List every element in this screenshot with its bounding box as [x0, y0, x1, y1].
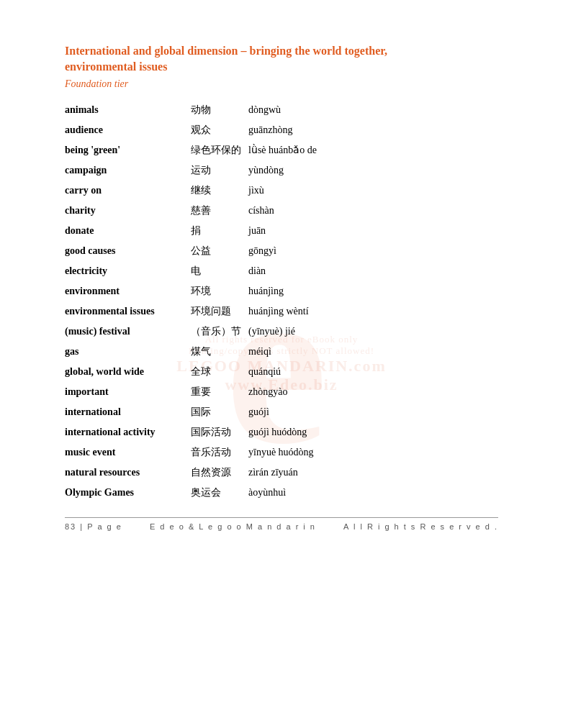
vocab-chinese-7: 公益 [191, 241, 248, 261]
vocab-row-0: animals动物dòngwù [65, 100, 498, 120]
vocab-row-18: natural resources自然资源zìrán zīyuán [65, 463, 498, 483]
vocab-chinese-3: 运动 [191, 160, 248, 181]
vocab-pinyin-5: císhàn [248, 201, 498, 221]
vocab-pinyin-13: quánqiú [248, 362, 498, 382]
vocab-chinese-17: 音乐活动 [191, 442, 248, 463]
vocab-row-12: gas煤气méiqì [65, 342, 498, 362]
vocab-pinyin-16: guójì huódòng [248, 422, 498, 442]
vocab-chinese-10: 环境问题 [191, 301, 248, 322]
footer-page: 83 | P a g e [65, 522, 122, 531]
vocab-row-16: international activity国际活动guójì huódòng [65, 422, 498, 442]
vocab-pinyin-18: zìrán zīyuán [248, 463, 498, 483]
vocab-pinyin-7: gōngyì [248, 241, 498, 261]
vocab-chinese-11: （音乐）节 [191, 322, 248, 342]
vocab-row-15: international国际guójì [65, 402, 498, 422]
vocab-chinese-13: 全球 [191, 362, 248, 382]
vocab-pinyin-11: (yīnyuè) jié [248, 322, 498, 342]
vocab-row-6: donate捐juān [65, 221, 498, 241]
vocab-english-1: audience [65, 120, 191, 140]
vocab-chinese-0: 动物 [191, 100, 248, 120]
vocab-pinyin-15: guójì [248, 402, 498, 422]
vocab-english-6: donate [65, 221, 191, 241]
vocab-chinese-15: 国际 [191, 402, 248, 422]
vocab-english-2: being 'green' [65, 140, 191, 160]
vocab-pinyin-0: dòngwù [248, 100, 498, 120]
vocab-pinyin-3: yùndòng [248, 160, 498, 181]
vocab-pinyin-2: lǜsè huánbǎo de [248, 140, 498, 160]
vocab-pinyin-10: huánjìng wèntí [248, 301, 498, 322]
vocab-row-3: campaign运动yùndòng [65, 160, 498, 181]
vocab-english-10: environmental issues [65, 301, 191, 322]
vocab-english-18: natural resources [65, 463, 191, 483]
vocab-english-9: environment [65, 281, 191, 301]
vocab-chinese-18: 自然资源 [191, 463, 248, 483]
vocab-english-5: charity [65, 201, 191, 221]
vocab-english-17: music event [65, 442, 191, 463]
vocab-row-14: important重要zhòngyào [65, 382, 498, 402]
vocab-english-4: carry on [65, 181, 191, 201]
vocab-row-10: environmental issues环境问题huánjìng wèntí [65, 301, 498, 322]
vocab-row-9: environment环境huánjìng [65, 281, 498, 301]
vocab-english-16: international activity [65, 422, 191, 442]
vocab-english-15: international [65, 402, 191, 422]
vocab-english-11: (music) festival [65, 322, 191, 342]
vocab-pinyin-19: àoyùnhuì [248, 483, 498, 503]
vocab-pinyin-8: diàn [248, 261, 498, 281]
vocab-english-7: good causes [65, 241, 191, 261]
vocab-pinyin-12: méiqì [248, 342, 498, 362]
section-title-line2: environmental issues [65, 60, 167, 73]
vocab-row-17: music event音乐活动yīnyuè huódòng [65, 442, 498, 463]
vocab-row-8: electricity电diàn [65, 261, 498, 281]
vocab-english-19: Olympic Games [65, 483, 191, 503]
vocab-row-5: charity慈善císhàn [65, 201, 498, 221]
vocab-row-13: global, world wide全球quánqiú [65, 362, 498, 382]
vocab-chinese-5: 慈善 [191, 201, 248, 221]
vocab-chinese-9: 环境 [191, 281, 248, 301]
vocab-chinese-2: 绿色环保的 [191, 140, 248, 160]
vocab-chinese-8: 电 [191, 261, 248, 281]
vocab-pinyin-1: guānzhòng [248, 120, 498, 140]
vocab-row-7: good causes公益gōngyì [65, 241, 498, 261]
page: e All rights reserved for eBook only Pri… [0, 0, 563, 728]
vocab-pinyin-17: yīnyuè huódòng [248, 442, 498, 463]
footer-rights: A l l R i g h t s R e s e r v e d . [343, 522, 498, 531]
footer-brand: E d e o & L e g o o M a n d a r i n [150, 522, 316, 531]
vocab-chinese-12: 煤气 [191, 342, 248, 362]
main-content: International and global dimension – bri… [65, 43, 498, 531]
section-title-line1: International and global dimension – bri… [65, 45, 387, 57]
vocab-english-13: global, world wide [65, 362, 191, 382]
vocab-chinese-6: 捐 [191, 221, 248, 241]
vocab-pinyin-4: jìxù [248, 181, 498, 201]
vocab-chinese-19: 奥运会 [191, 483, 248, 503]
vocab-row-19: Olympic Games奥运会àoyùnhuì [65, 483, 498, 503]
vocab-english-14: important [65, 382, 191, 402]
section-title: International and global dimension – bri… [65, 43, 498, 76]
vocab-chinese-1: 观众 [191, 120, 248, 140]
vocab-english-3: campaign [65, 160, 191, 181]
vocab-chinese-16: 国际活动 [191, 422, 248, 442]
vocab-pinyin-14: zhòngyào [248, 382, 498, 402]
vocab-english-0: animals [65, 100, 191, 120]
footer: 83 | P a g e E d e o & L e g o o M a n d… [65, 517, 498, 531]
vocab-pinyin-6: juān [248, 221, 498, 241]
vocab-row-4: carry on继续jìxù [65, 181, 498, 201]
vocab-table: animals动物dòngwùaudience观众guānzhòngbeing … [65, 100, 498, 503]
vocab-english-12: gas [65, 342, 191, 362]
vocab-english-8: electricity [65, 261, 191, 281]
vocab-row-2: being 'green'绿色环保的lǜsè huánbǎo de [65, 140, 498, 160]
vocab-row-1: audience观众guānzhòng [65, 120, 498, 140]
vocab-row-11: (music) festival（音乐）节(yīnyuè) jié [65, 322, 498, 342]
vocab-pinyin-9: huánjìng [248, 281, 498, 301]
vocab-chinese-14: 重要 [191, 382, 248, 402]
foundation-tier-label: Foundation tier [65, 78, 498, 90]
vocab-chinese-4: 继续 [191, 181, 248, 201]
